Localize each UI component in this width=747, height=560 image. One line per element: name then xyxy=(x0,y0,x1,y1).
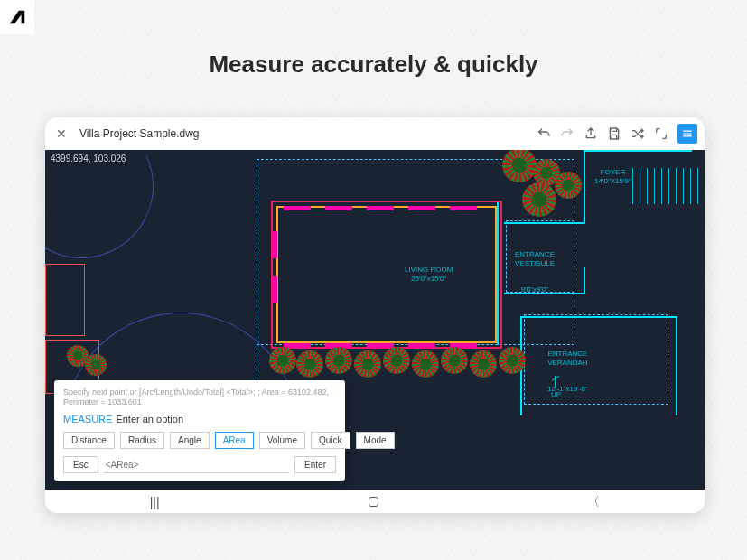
option-quick[interactable]: Quick xyxy=(311,432,350,449)
option-radius[interactable]: Radius xyxy=(120,432,164,449)
menu-button[interactable] xyxy=(677,124,697,144)
option-angle[interactable]: Angle xyxy=(170,432,210,449)
close-icon[interactable]: ✕ xyxy=(52,123,70,145)
app-window: ✕ Villa Project Sample.dwg 4399.694, 103… xyxy=(45,117,705,513)
share-icon[interactable] xyxy=(584,126,598,141)
option-distance[interactable]: Distance xyxy=(63,432,115,449)
autodesk-logo xyxy=(0,0,34,34)
option-area[interactable]: ARea xyxy=(215,432,254,449)
command-input[interactable] xyxy=(104,457,289,473)
android-nav-bar: ||| 〈 xyxy=(45,490,705,513)
option-mode[interactable]: Mode xyxy=(356,432,395,449)
hero-title: Measure accurately & quickly xyxy=(0,51,747,79)
redo-icon[interactable] xyxy=(560,126,574,141)
room-label-foyer: FOYER 14'0"X15'9" xyxy=(594,168,631,185)
undo-icon[interactable] xyxy=(537,126,551,141)
drawing-canvas[interactable]: 4399.694, 103.026 xyxy=(45,150,705,490)
save-icon[interactable] xyxy=(607,126,621,141)
room-label-vestibule: ENTRANCE VESTIBULE 9'0"x9'0" xyxy=(515,233,555,311)
back-button[interactable]: 〈 xyxy=(587,494,600,510)
recents-button[interactable]: ||| xyxy=(150,495,160,509)
expand-icon[interactable] xyxy=(654,126,668,141)
enter-button[interactable]: Enter xyxy=(294,456,336,473)
app-header: ✕ Villa Project Sample.dwg xyxy=(45,117,705,150)
command-prompt: MEASUREEnter an option xyxy=(63,414,336,425)
escape-button[interactable]: Esc xyxy=(63,456,98,473)
autodesk-icon xyxy=(7,7,27,27)
command-history: Specify next point or [Arc/Length/Undo/T… xyxy=(63,387,336,408)
document-title: Villa Project Sample.dwg xyxy=(79,127,200,140)
home-button[interactable] xyxy=(369,497,378,507)
hamburger-icon xyxy=(681,127,694,140)
up-label: UP xyxy=(551,390,561,399)
command-options: DistanceRadiusAngleAReaVolumeQuickMode xyxy=(63,432,336,449)
room-label-living: LIVING ROOM 25'0"x15'0" xyxy=(405,266,453,283)
command-panel: Specify next point or [Arc/Length/Undo/T… xyxy=(54,380,345,481)
option-volume[interactable]: Volume xyxy=(259,432,305,449)
shuffle-icon[interactable] xyxy=(630,126,645,141)
